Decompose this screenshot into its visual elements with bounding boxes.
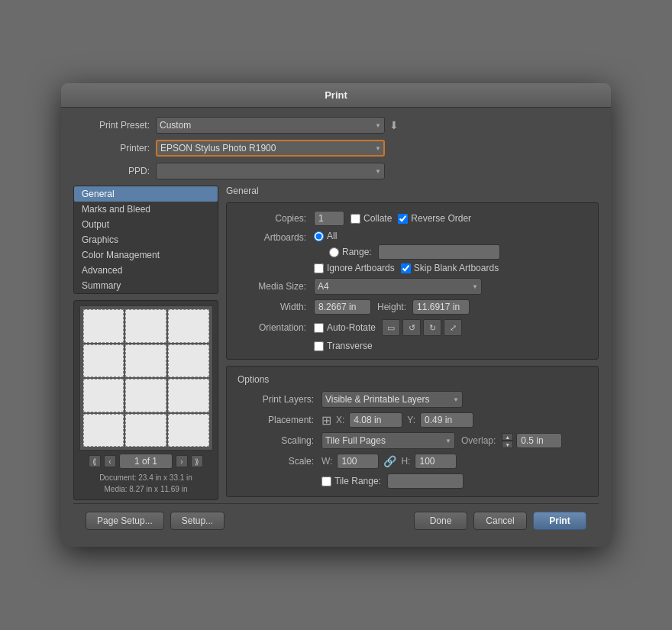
width-label: Width:: [237, 302, 306, 312]
printer-select[interactable]: EPSON Stylus Photo R1900: [156, 140, 385, 157]
collate-label[interactable]: Collate: [351, 213, 392, 224]
printer-label: Printer:: [73, 143, 150, 153]
width-input[interactable]: [314, 299, 371, 315]
doc-size-line: Document: 23.4 in x 33.1 in: [79, 472, 213, 483]
y-input[interactable]: [420, 412, 473, 428]
ppd-label: PPD:: [73, 166, 150, 176]
first-page-btn[interactable]: ⟪: [89, 455, 101, 467]
media-size-label: Media Size:: [237, 281, 306, 292]
copies-input[interactable]: [314, 211, 344, 226]
media-size-select[interactable]: A4: [314, 278, 482, 295]
right-panel: General Copies: Collate: [226, 186, 599, 503]
sidebar-item-color-management[interactable]: Color Management: [74, 247, 218, 263]
bottom-buttons: Page Setup... Setup... Done Cancel Print: [73, 503, 599, 538]
dialog-body: Print Preset: Custom ⬇ Printer: EPSON St…: [61, 108, 611, 547]
print-preset-select[interactable]: Custom: [156, 117, 385, 134]
done-button[interactable]: Done: [414, 512, 467, 530]
page-setup-button[interactable]: Page Setup...: [86, 512, 164, 530]
placement-controls: ⊞ X: Y:: [321, 412, 473, 428]
sidebar-item-marks-bleed[interactable]: Marks and Bleed: [74, 202, 218, 217]
x-input[interactable]: [349, 412, 402, 428]
auto-rotate-checkbox[interactable]: [314, 323, 324, 333]
scale-w-input[interactable]: [337, 454, 379, 469]
overlap-input[interactable]: [516, 433, 562, 448]
layers-select-wrapper: Visible & Printable Layers: [321, 391, 463, 408]
save-preset-icon[interactable]: ⬇: [389, 119, 399, 131]
sidebar-item-general[interactable]: General: [74, 186, 218, 202]
height-label: Height:: [377, 302, 406, 312]
preview-cell: [168, 414, 209, 447]
print-layers-controls: Visible & Printable Layers: [321, 391, 463, 408]
page-input[interactable]: [119, 454, 173, 469]
preview-cell: [125, 309, 166, 343]
print-dialog: Print Print Preset: Custom ⬇ Printer: EP…: [61, 83, 611, 547]
setup-button[interactable]: Setup...: [170, 512, 225, 530]
ignore-artboards-checkbox[interactable]: [314, 263, 324, 273]
range-radio-label[interactable]: Range:: [329, 247, 372, 257]
artboards-row: Artboards: All Range:: [237, 231, 587, 273]
x-label: X:: [336, 415, 344, 425]
sidebar-item-graphics[interactable]: Graphics: [74, 232, 218, 247]
left-buttons: Page Setup... Setup...: [86, 512, 225, 530]
last-page-btn[interactable]: ⟫: [191, 455, 203, 467]
reverse-order-checkbox[interactable]: [398, 214, 408, 224]
print-layers-label: Print Layers:: [237, 394, 314, 405]
media-select-wrapper: A4: [314, 278, 482, 295]
reverse-order-label[interactable]: Reverse Order: [398, 213, 471, 224]
tile-range-checkbox[interactable]: [321, 477, 331, 486]
overlap-up-btn[interactable]: ▲: [502, 433, 513, 441]
preview-cell: [168, 379, 209, 412]
all-radio-label[interactable]: All: [314, 231, 500, 241]
range-input[interactable]: [378, 244, 500, 260]
prev-page-btn[interactable]: ‹: [104, 455, 116, 467]
preview-cell: [83, 344, 124, 378]
orient-btn-3[interactable]: ↻: [423, 319, 441, 336]
printer-row: Printer: EPSON Stylus Photo R1900: [73, 140, 599, 157]
tile-range-input[interactable]: [387, 473, 464, 489]
preview-nav: ⟪ ‹ › ⟫: [79, 454, 213, 469]
printer-select-wrapper: EPSON Stylus Photo R1900: [156, 140, 385, 157]
overlap-label: Overlap:: [461, 435, 496, 446]
overlap-down-btn[interactable]: ▼: [502, 441, 513, 448]
orient-btn-4[interactable]: ⤢: [444, 319, 462, 336]
preview-cell: [168, 344, 209, 378]
ignore-artboards-label[interactable]: Ignore Artboards: [314, 263, 395, 273]
preview-cell: [83, 309, 124, 343]
orient-btn-1[interactable]: ▭: [382, 319, 400, 336]
doc-info: Document: 23.4 in x 33.1 in Media: 8.27 …: [79, 472, 213, 495]
next-page-btn[interactable]: ›: [176, 455, 188, 467]
transverse-checkbox[interactable]: [314, 341, 324, 351]
artboards-controls: All Range:: [314, 231, 500, 273]
scaling-controls: Tile Full Pages Overlap: ▲ ▼: [321, 432, 562, 449]
sidebar-item-summary[interactable]: Summary: [74, 278, 218, 293]
transverse-label[interactable]: Transverse: [314, 341, 373, 351]
title-bar: Print: [61, 83, 611, 108]
orientation-buttons: ▭ ↺ ↻ ⤢: [382, 319, 462, 336]
preview-cell: [125, 379, 166, 412]
auto-rotate-label[interactable]: Auto-Rotate: [314, 322, 376, 333]
skip-blank-checkbox[interactable]: [401, 263, 411, 273]
tile-range-label[interactable]: Tile Range:: [321, 476, 381, 486]
y-label: Y:: [407, 415, 415, 425]
cancel-button[interactable]: Cancel: [473, 512, 527, 530]
sidebar-nav: General Marks and Bleed Output Graphics …: [73, 186, 218, 294]
height-input[interactable]: [412, 299, 470, 315]
collate-checkbox[interactable]: [351, 214, 360, 224]
tile-range-row: Tile Range:: [237, 473, 587, 489]
all-radio[interactable]: [314, 231, 324, 241]
preset-label: Print Preset:: [73, 120, 150, 131]
skip-blank-label[interactable]: Skip Blank Artboards: [401, 263, 499, 273]
ppd-select-wrapper: [156, 163, 385, 179]
sidebar-item-output[interactable]: Output: [74, 217, 218, 232]
dimensions-row: Width: Height:: [237, 299, 587, 315]
print-button[interactable]: Print: [533, 512, 586, 530]
sidebar-item-advanced[interactable]: Advanced: [74, 263, 218, 278]
artboard-checkboxes: Ignore Artboards Skip Blank Artboards: [314, 263, 500, 273]
print-layers-select[interactable]: Visible & Printable Layers: [321, 391, 463, 408]
range-radio[interactable]: [329, 247, 339, 257]
orient-btn-2[interactable]: ↺: [402, 319, 421, 336]
link-icon[interactable]: 🔗: [383, 455, 396, 467]
scaling-select[interactable]: Tile Full Pages: [321, 432, 455, 449]
scale-h-input[interactable]: [415, 454, 457, 469]
ppd-select[interactable]: [156, 163, 385, 179]
